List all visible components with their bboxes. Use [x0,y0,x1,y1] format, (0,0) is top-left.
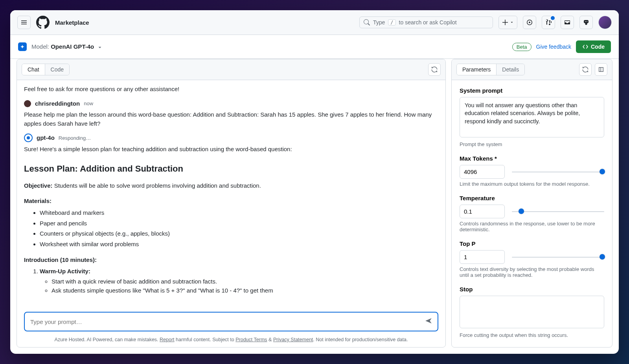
reset-params-button[interactable] [579,63,592,76]
search-suffix: to search or ask Copilot [399,19,457,26]
list-item: Ask students simple questions like "What… [51,286,438,295]
user-message-head: chrisreddington now [24,99,438,108]
temperature-label: Temperature [460,195,604,201]
list-item: Paper and pencils [40,218,438,229]
chat-panel: Chat Code Feel free to ask for more ques… [17,59,446,348]
model-selector[interactable]: Model: OpenAI GPT-4o [31,43,103,50]
stop-input[interactable] [460,296,604,328]
introduction-section: Introduction (10 minutes): Warm-Up Activ… [24,256,438,295]
send-button[interactable] [425,317,432,326]
system-prompt-input[interactable] [460,97,604,137]
user-name: chrisreddington [35,99,80,108]
inbox-button[interactable] [561,16,574,29]
product-terms-link[interactable]: Product Terms [235,337,267,342]
params-panel-head: Parameters Details [452,59,612,80]
max-tokens-hint: Limit the maximum output tokens for the … [460,181,604,187]
copilot-icon [583,19,589,26]
prompt-input[interactable] [30,318,421,325]
user-avatar[interactable] [598,16,612,29]
bot-status: Responding… [59,134,91,142]
top-p-hint: Controls text diversity by selecting the… [460,266,604,278]
bot-avatar-icon [24,134,33,142]
sync-icon [582,66,589,73]
chat-tabs: Chat Code [22,64,70,75]
temperature-input[interactable] [460,205,505,218]
caret-down-icon [510,20,514,24]
user-message-body: Please help me plan the lesson around th… [24,110,438,128]
top-header: Marketplace Type / to search or ask Copi… [10,10,619,35]
bot-intro: Sure! Here's a simple lesson plan for te… [24,145,438,154]
menu-button[interactable] [17,16,31,29]
stop-label: Stop [460,286,604,293]
chevron-down-icon [97,45,103,50]
temperature-row: Temperature Controls randomness in the r… [460,195,604,232]
max-tokens-input[interactable] [460,165,505,179]
circle-dot-icon [526,19,533,26]
collapse-panel-button[interactable] [595,63,607,76]
stop-row: Stop Force cutting the output when this … [460,286,604,338]
prompt-box[interactable] [24,312,438,331]
send-icon [425,317,432,324]
prompt-area [17,306,445,335]
list-item: Warm-Up Activity: Start with a quick rev… [40,267,438,295]
search-input[interactable]: Type / to search or ask Copilot [359,16,493,28]
app-window: Marketplace Type / to search or ask Copi… [10,10,619,354]
list-item: Start with a quick review of basic addit… [51,277,438,286]
temperature-hint: Controls randomness in the response, use… [460,221,604,232]
page-title: Marketplace [55,19,89,26]
top-p-label: Top P [460,240,604,247]
params-scroll[interactable]: System prompt Prompt the system Max Toke… [452,80,612,347]
max-tokens-row: Max Tokens * Limit the maximum output to… [460,155,604,187]
search-prefix: Type [373,19,385,26]
github-logo-icon[interactable] [36,16,50,29]
search-kbd: / [388,19,395,26]
tab-details[interactable]: Details [497,64,524,75]
list-item: Counters or physical objects (e.g., appl… [40,229,438,239]
user-avatar-small [24,100,31,107]
footer-disclaimer: Azure Hosted. AI Powered, can make mista… [17,335,445,347]
parameters-panel: Parameters Details System prompt Prompt … [451,59,612,348]
report-link[interactable]: Report [160,337,175,342]
list-item: Whiteboard and markers [40,208,438,218]
tab-code[interactable]: Code [45,64,69,75]
chat-panel-head: Chat Code [17,59,445,80]
sub-header: ✦ Model: OpenAI GPT-4o Beta Give feedbac… [10,35,619,59]
sync-icon [431,66,438,73]
issues-button[interactable] [523,16,536,29]
tab-parameters[interactable]: Parameters [457,64,497,75]
model-icon: ✦ [18,42,27,51]
privacy-link[interactable]: Privacy Statement [273,337,313,342]
stop-hint: Force cutting the output when this strin… [460,332,604,338]
bot-message-head: gpt-4o Responding… [24,134,438,143]
intro-steps: Warm-Up Activity: Start with a quick rev… [24,267,438,295]
materials-section: Materials: Whiteboard and markers Paper … [24,197,438,250]
system-prompt-hint: Prompt the system [460,141,604,147]
user-time: now [84,100,93,108]
top-p-row: Top P Controls text diversity by selecti… [460,240,604,278]
inbox-icon [564,19,570,26]
sidebar-collapse-icon [598,66,604,73]
body: Chat Code Feel free to ask for more ques… [10,59,619,354]
beta-badge: Beta [512,43,532,51]
max-tokens-slider[interactable] [512,171,604,173]
add-button[interactable] [498,16,517,29]
top-p-slider[interactable] [512,256,604,258]
give-feedback-link[interactable]: Give feedback [536,44,572,50]
search-icon [364,19,370,26]
refresh-chat-button[interactable] [428,63,441,76]
top-p-input[interactable] [460,250,505,264]
temperature-slider[interactable] [512,210,604,213]
tab-chat[interactable]: Chat [22,64,45,75]
code-icon [582,44,589,50]
git-pull-request-icon [545,19,552,26]
max-tokens-label: Max Tokens * [460,155,604,162]
list-item: Worksheet with similar word problems [40,239,438,250]
code-button[interactable]: Code [576,40,611,53]
params-tabs: Parameters Details [456,64,525,75]
plus-icon [502,19,508,26]
materials-list: Whiteboard and markers Paper and pencils… [24,208,438,249]
pull-requests-button[interactable] [542,16,555,29]
chat-scroll[interactable]: Feel free to ask for more questions or a… [17,80,445,306]
copilot-button[interactable] [579,16,593,29]
objective-section: Objective: Students will be able to solv… [24,181,438,190]
